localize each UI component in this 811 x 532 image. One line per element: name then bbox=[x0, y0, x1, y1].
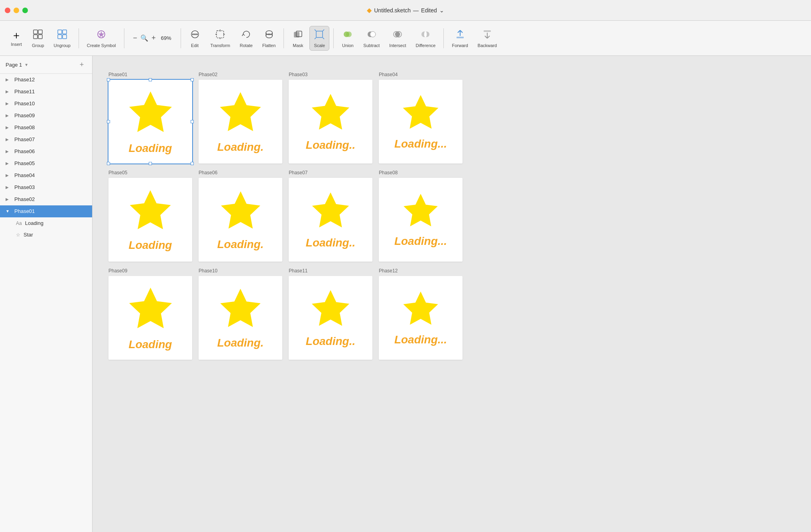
sidebar-item-phase10[interactable]: ▶Phase10 bbox=[0, 98, 92, 110]
artboard-phase02[interactable]: Loading. bbox=[199, 80, 282, 164]
intersect-icon bbox=[392, 29, 403, 41]
artboard-phase11[interactable]: Loading.. bbox=[289, 276, 372, 360]
sidebar-item-phase04[interactable]: ▶Phase04 bbox=[0, 169, 92, 181]
artboard-phase09[interactable]: Loading bbox=[108, 276, 192, 360]
separator-2 bbox=[124, 28, 124, 48]
sidebar-item-phase07[interactable]: ▶Phase07 bbox=[0, 134, 92, 146]
sidebar-item-phase02[interactable]: ▶Phase02 bbox=[0, 193, 92, 205]
svg-point-29 bbox=[424, 32, 427, 37]
sidebar-item-phase12[interactable]: ▶Phase12 bbox=[0, 74, 92, 86]
mask-button[interactable]: Mask bbox=[288, 26, 308, 50]
star-shape bbox=[309, 92, 352, 136]
star-container-phase04 bbox=[400, 93, 441, 136]
sidebar-item-phase11[interactable]: ▶Phase11 bbox=[0, 86, 92, 98]
phase07-arrow-icon: ▶ bbox=[6, 137, 11, 142]
zoom-in-button[interactable]: + bbox=[150, 33, 157, 43]
phase05-arrow-icon: ▶ bbox=[6, 161, 11, 166]
artboard-phase05[interactable]: Loading bbox=[108, 178, 192, 262]
svg-rect-4 bbox=[58, 30, 62, 34]
transform-button[interactable]: Transform bbox=[207, 26, 234, 50]
mask-icon bbox=[292, 29, 303, 41]
artboard-phase08[interactable]: Loading... bbox=[379, 178, 463, 262]
sidebar-item-phase01[interactable]: ▼Phase01 bbox=[0, 205, 92, 217]
sidebar-item-phase05[interactable]: ▶Phase05 bbox=[0, 158, 92, 169]
star-container-phase06 bbox=[218, 189, 264, 236]
group-button[interactable]: Group bbox=[28, 26, 48, 50]
flatten-button[interactable]: Flatten bbox=[258, 26, 280, 50]
svg-rect-2 bbox=[33, 35, 37, 39]
subtract-button[interactable]: Subtract bbox=[359, 26, 384, 50]
artboard-phase01[interactable]: Loading bbox=[108, 80, 192, 164]
backward-button[interactable]: Backward bbox=[474, 26, 501, 50]
scale-button[interactable]: Scale bbox=[309, 26, 329, 51]
forward-button[interactable]: Forward bbox=[448, 26, 472, 50]
artboard-wrapper-phase04: Phase04Loading... bbox=[379, 72, 463, 164]
backward-label: Backward bbox=[478, 43, 497, 48]
handle-bm bbox=[149, 162, 152, 165]
edit-button[interactable]: Edit bbox=[185, 26, 205, 50]
svg-point-22 bbox=[346, 32, 352, 37]
zoom-out-button[interactable]: − bbox=[132, 33, 139, 43]
intersect-button[interactable]: Intersect bbox=[385, 26, 410, 50]
sidebar-sublayer-star-shape[interactable]: ☆Star bbox=[0, 229, 92, 240]
rotate-button[interactable]: Rotate bbox=[236, 26, 256, 50]
artboard-phase07[interactable]: Loading.. bbox=[289, 178, 372, 262]
forward-icon bbox=[455, 29, 466, 41]
page-selector[interactable]: Page 1 ▼ bbox=[6, 62, 28, 68]
artboard-label-phase04: Phase04 bbox=[379, 72, 463, 77]
difference-label: Difference bbox=[416, 43, 436, 48]
handle-bl bbox=[107, 162, 110, 165]
create-symbol-label: Create Symbol bbox=[87, 43, 116, 48]
star-container-phase09 bbox=[126, 285, 175, 337]
canvas-area[interactable]: Phase01LoadingPhase02Loading.Phase03Load… bbox=[93, 56, 811, 532]
artboard-phase04[interactable]: Loading... bbox=[379, 80, 463, 164]
artboard-wrapper-phase12: Phase12Loading... bbox=[379, 268, 463, 360]
edit-label: Edit bbox=[191, 43, 199, 48]
sidebar-item-phase08[interactable]: ▶Phase08 bbox=[0, 122, 92, 134]
subtract-label: Subtract bbox=[363, 43, 380, 48]
loading-text-phase07: Loading.. bbox=[306, 236, 355, 249]
ungroup-icon bbox=[57, 29, 68, 41]
phase07-label: Phase07 bbox=[14, 136, 35, 142]
difference-button[interactable]: Difference bbox=[412, 26, 440, 50]
phase05-label: Phase05 bbox=[14, 160, 35, 166]
group-label: Group bbox=[32, 43, 44, 48]
union-icon bbox=[342, 29, 353, 41]
artboard-phase10[interactable]: Loading. bbox=[199, 276, 282, 360]
maximize-button[interactable] bbox=[22, 8, 28, 13]
artboard-label-phase11: Phase11 bbox=[289, 268, 372, 274]
artboard-label-phase02: Phase02 bbox=[199, 72, 282, 77]
artboard-wrapper-phase09: Phase09Loading bbox=[108, 268, 192, 360]
artboard-phase06[interactable]: Loading. bbox=[199, 178, 282, 262]
star-container-phase11 bbox=[309, 288, 352, 333]
add-page-button[interactable]: + bbox=[77, 60, 87, 69]
star-container-phase02 bbox=[217, 90, 264, 139]
artboard-phase03[interactable]: Loading.. bbox=[289, 80, 372, 164]
phase02-arrow-icon: ▶ bbox=[6, 197, 11, 201]
create-symbol-button[interactable]: Create Symbol bbox=[83, 26, 120, 50]
minimize-button[interactable] bbox=[14, 8, 19, 13]
phase08-label: Phase08 bbox=[14, 124, 35, 130]
artboard-wrapper-phase07: Phase07Loading.. bbox=[289, 170, 372, 262]
loading-text-phase01: Loading bbox=[129, 142, 172, 155]
sidebar-sublayer-loading-text[interactable]: AaLoading bbox=[0, 217, 92, 229]
artboard-label-phase06: Phase06 bbox=[199, 170, 282, 175]
sidebar-item-phase03[interactable]: ▶Phase03 bbox=[0, 181, 92, 193]
ungroup-button[interactable]: Ungroup bbox=[50, 26, 75, 50]
star-container-phase05 bbox=[126, 188, 174, 237]
loading-text-label: Loading bbox=[25, 220, 43, 226]
close-button[interactable] bbox=[5, 8, 10, 13]
phase04-arrow-icon: ▶ bbox=[6, 173, 11, 177]
transform-icon bbox=[215, 29, 226, 41]
union-button[interactable]: Union bbox=[338, 26, 358, 50]
insert-button[interactable]: ＋ Insert bbox=[6, 28, 26, 49]
union-label: Union bbox=[342, 43, 354, 48]
flatten-icon bbox=[264, 29, 275, 41]
sidebar-item-phase06[interactable]: ▶Phase06 bbox=[0, 146, 92, 158]
star-shape bbox=[217, 90, 264, 138]
artboard-label-phase03: Phase03 bbox=[289, 72, 372, 77]
star-container-phase07 bbox=[309, 190, 352, 235]
artboard-phase12[interactable]: Loading... bbox=[379, 276, 463, 360]
sidebar-item-phase09[interactable]: ▶Phase09 bbox=[0, 110, 92, 122]
phase04-label: Phase04 bbox=[14, 172, 35, 178]
